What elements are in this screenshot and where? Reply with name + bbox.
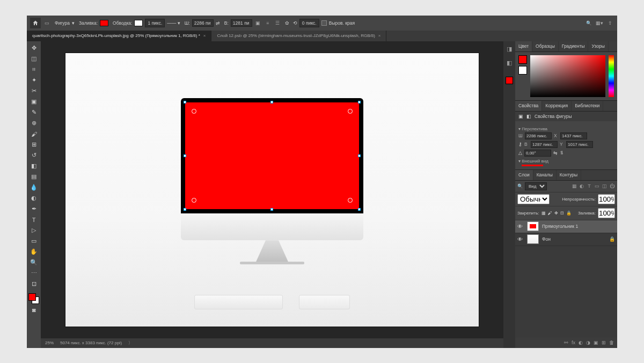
appearance-section[interactable]: ▾ Внешний вид xyxy=(518,159,614,164)
fx-icon[interactable]: fx xyxy=(572,340,575,345)
stamp-tool[interactable]: ⊞ xyxy=(28,140,39,150)
corner-radius-handle[interactable] xyxy=(192,109,196,114)
lock-pos-icon[interactable]: ✥ xyxy=(554,211,558,216)
width-input[interactable] xyxy=(192,19,214,27)
rectangle-tool[interactable]: ▭ xyxy=(28,236,39,246)
doc-dimensions[interactable]: 5074 пикс. x 3383 пикс. (72 ppi) xyxy=(60,340,122,345)
document-tab-active[interactable]: quaritsch-photography-3xQ65cknLPk-unspla… xyxy=(27,31,211,41)
lock-paint-icon[interactable]: 🖌 xyxy=(548,211,552,216)
height-input[interactable] xyxy=(231,19,252,27)
wand-tool[interactable]: ✦ xyxy=(28,76,39,85)
path-select-tool[interactable]: ▷ xyxy=(28,226,39,235)
paths-tab[interactable]: Контуры xyxy=(557,170,581,180)
workspace-icon[interactable]: ▦▾ xyxy=(596,19,603,27)
fill-swatch[interactable] xyxy=(100,20,108,26)
share-icon[interactable]: ⇪ xyxy=(606,19,614,27)
link-wh-icon[interactable]: ⇌ xyxy=(216,20,220,26)
lock-icon[interactable]: 🔒 xyxy=(609,236,615,242)
link-layers-icon[interactable]: ⚯ xyxy=(564,340,568,345)
filter-pixel-icon[interactable]: ▦ xyxy=(571,183,577,189)
layer-name[interactable]: Прямоугольник 1 xyxy=(542,224,578,229)
dock-icon[interactable]: ◨ xyxy=(506,46,513,53)
corner-radius-handle[interactable] xyxy=(348,109,353,114)
layer-thumb[interactable] xyxy=(527,221,539,231)
frame-tool[interactable]: ▣ xyxy=(28,97,39,107)
new-layer-icon[interactable]: ⊞ xyxy=(602,340,606,345)
filter-adjust-icon[interactable]: ◐ xyxy=(579,183,585,189)
blur-tool[interactable]: 💧 xyxy=(28,183,39,192)
transform-section[interactable]: ▾ Перспектива xyxy=(518,127,614,131)
transform-handle[interactable] xyxy=(184,101,186,103)
mask-icon[interactable]: ◐ xyxy=(579,340,583,345)
gradient-tool[interactable]: ▤ xyxy=(28,172,39,182)
height-input[interactable] xyxy=(531,141,558,148)
arrange-icon[interactable]: ☰ xyxy=(274,19,281,27)
layer-row[interactable]: 👁 Фон 🔒 xyxy=(515,233,617,246)
history-brush-tool[interactable]: ↺ xyxy=(28,151,39,160)
marquee-tool[interactable]: ◫ xyxy=(28,54,39,64)
crop-tool[interactable]: ✂ xyxy=(28,86,39,96)
gradients-tab[interactable]: Градиенты xyxy=(559,41,589,51)
layer-name[interactable]: Фон xyxy=(542,236,551,242)
color-picker[interactable] xyxy=(28,293,39,304)
fill-input[interactable] xyxy=(598,208,615,218)
transform-handle[interactable] xyxy=(270,101,273,103)
path-ops-icon[interactable]: ▣ xyxy=(254,19,262,27)
settings-icon[interactable]: ✿ xyxy=(283,19,291,27)
bg-swatch[interactable] xyxy=(518,66,527,75)
more-icon[interactable]: ⋯ xyxy=(28,269,39,278)
color-tab[interactable]: Цвет xyxy=(515,41,532,51)
link-icon[interactable]: ⚷ xyxy=(518,142,522,147)
rectangle-shape[interactable] xyxy=(185,102,359,209)
brush-tool[interactable]: 🖌 xyxy=(28,129,39,139)
layers-tab[interactable]: Слои xyxy=(515,170,533,180)
transform-handle[interactable] xyxy=(358,208,361,211)
shape-tool-icon[interactable]: ▭ xyxy=(43,19,50,27)
transform-handle[interactable] xyxy=(184,208,186,211)
properties-tab[interactable]: Свойства xyxy=(515,101,542,111)
hand-tool[interactable]: ✋ xyxy=(28,247,39,257)
flip-h-icon[interactable]: ⇋ xyxy=(553,150,558,155)
appearance-fill[interactable] xyxy=(522,165,543,166)
healing-tool[interactable]: ⊕ xyxy=(28,118,39,128)
zoom-tool[interactable]: 🔍 xyxy=(28,258,39,268)
filter-type-icon[interactable]: T xyxy=(586,183,592,189)
pen-tool[interactable]: ✒ xyxy=(28,204,39,214)
visibility-icon[interactable]: 👁 xyxy=(517,236,524,242)
edit-toolbar-icon[interactable]: ⊡ xyxy=(28,279,39,289)
channels-tab[interactable]: Каналы xyxy=(533,170,557,180)
swatches-tab[interactable]: Образцы xyxy=(532,41,559,51)
search-icon[interactable]: 🔍 xyxy=(585,19,592,27)
dock-swatch[interactable] xyxy=(506,77,513,84)
width-input[interactable] xyxy=(525,132,552,139)
transform-handle[interactable] xyxy=(270,208,273,211)
group-icon[interactable]: ▣ xyxy=(594,340,598,345)
fg-swatch[interactable] xyxy=(518,55,527,64)
filter-smart-icon[interactable]: ◫ xyxy=(601,183,608,189)
angle-input[interactable] xyxy=(524,150,551,157)
layer-row[interactable]: 👁 Прямоугольник 1 xyxy=(515,220,617,233)
transform-handle[interactable] xyxy=(358,101,361,103)
adjustment-icon[interactable]: ◑ xyxy=(586,340,590,345)
x-input[interactable] xyxy=(560,132,587,139)
blend-mode-select[interactable]: Обычные xyxy=(517,194,550,204)
eyedropper-tool[interactable]: ✎ xyxy=(28,108,39,117)
filter-shape-icon[interactable]: ▭ xyxy=(594,183,600,189)
zoom-level[interactable]: 25% xyxy=(45,340,54,345)
hue-slider[interactable] xyxy=(609,55,614,97)
close-icon[interactable]: × xyxy=(378,33,381,38)
align-edges-checkbox[interactable] xyxy=(321,20,327,26)
filter-toggle-icon[interactable]: ⏻ xyxy=(609,183,615,189)
canvas[interactable] xyxy=(65,53,479,327)
libraries-tab[interactable]: Библиотеки xyxy=(572,101,603,111)
layer-thumb[interactable] xyxy=(527,234,539,244)
lock-all-icon[interactable]: 🔒 xyxy=(566,211,572,216)
quick-mask-icon[interactable]: ◙ xyxy=(28,305,39,315)
trash-icon[interactable]: 🗑 xyxy=(609,340,614,345)
corner-radius-handle[interactable] xyxy=(192,198,196,203)
shape-mode-label[interactable]: Фигура xyxy=(55,20,70,26)
filter-select[interactable]: Вид xyxy=(525,182,547,190)
document-tab-inactive[interactable]: Слой 12.psb @ 25% (birmingham-museums-tr… xyxy=(211,31,386,41)
fg-color[interactable] xyxy=(28,293,36,301)
home-button[interactable] xyxy=(30,18,41,28)
